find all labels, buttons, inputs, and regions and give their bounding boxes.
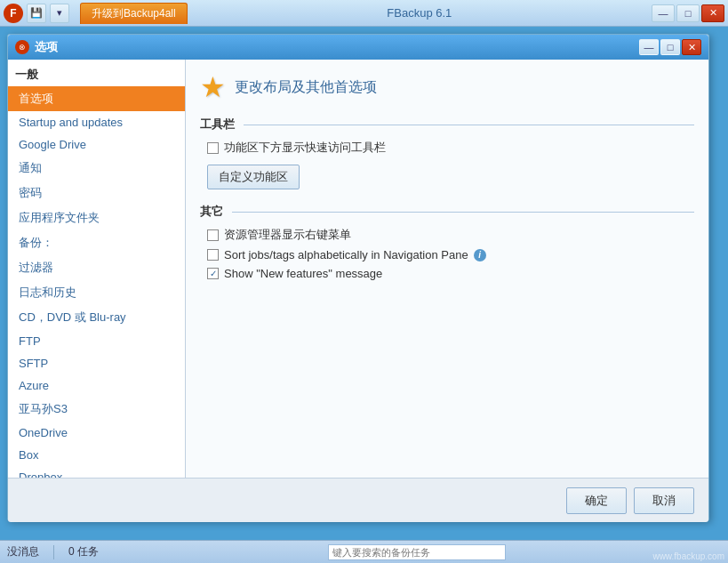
app-icon: F	[4, 4, 23, 23]
title-controls: — □ ✕	[652, 4, 724, 22]
maximize-btn[interactable]: □	[676, 4, 700, 22]
dialog-content: 一般 首选项 Startup and updates Google Drive …	[8, 60, 708, 478]
toolbar-divider-line	[244, 125, 694, 125]
panel-header: ★ 更改布局及其他首选项	[200, 70, 694, 104]
sidebar-item-dropbox[interactable]: Dropbox	[8, 466, 185, 478]
dialog-app-icon: ⊗	[15, 40, 29, 54]
ok-button[interactable]: 确定	[566, 487, 627, 514]
dialog-maximize-btn[interactable]: □	[660, 39, 680, 55]
minimize-btn[interactable]: —	[652, 4, 675, 22]
other-section-label: 其它	[200, 204, 227, 220]
dialog-minimize-btn[interactable]: —	[639, 39, 659, 55]
tab-bar: 升级到Backup4all	[80, 3, 188, 24]
dialog-footer: 确定 取消	[8, 478, 708, 522]
sidebar-item-cd[interactable]: CD，DVD 或 Blu-ray	[8, 305, 185, 330]
sidebar-item-ftp[interactable]: FTP	[8, 330, 185, 352]
dialog-titlebar: ⊗ 选项 — □ ✕	[8, 35, 708, 60]
star-icon: ★	[200, 70, 226, 104]
other-checkbox1[interactable]	[207, 229, 219, 241]
sidebar: 一般 首选项 Startup and updates Google Drive …	[8, 60, 186, 478]
other-checkbox3-label: Show "New features" message	[224, 267, 382, 280]
watermark: www.fbackup.com	[652, 551, 724, 561]
toolbar-section-label: 工具栏	[200, 117, 238, 133]
other-checkbox2-label: Sort jobs/tags alphabetically in Navigat…	[224, 248, 468, 261]
dialog-title: 选项	[35, 39, 637, 55]
custom-function-btn[interactable]: 自定义功能区	[207, 165, 300, 189]
sidebar-item-tongzhi[interactable]: 通知	[8, 156, 185, 181]
title-bar-left: F 💾 ▾ 升级到Backup4all	[4, 3, 188, 24]
sidebar-item-startup[interactable]: Startup and updates	[8, 111, 185, 133]
sidebar-item-amazon[interactable]: 亚马孙S3	[8, 397, 185, 422]
search-input[interactable]	[328, 544, 506, 560]
sidebar-section-header: 一般	[8, 63, 185, 86]
other-checkbox2[interactable]	[207, 249, 219, 261]
save-btn[interactable]: 💾	[27, 4, 46, 23]
search-area	[113, 544, 721, 560]
sidebar-item-azure[interactable]: Azure	[8, 374, 185, 397]
other-checkbox1-label: 资源管理器显示右键菜单	[224, 227, 351, 243]
app-title: FBackup 6.1	[188, 6, 652, 20]
info-icon[interactable]: i	[474, 249, 486, 261]
other-section-divider: 其它	[200, 204, 694, 220]
other-checkbox1-row: 资源管理器显示右键菜单	[207, 227, 694, 243]
sidebar-item-rizhi[interactable]: 日志和历史	[8, 280, 185, 305]
sidebar-item-onedrive[interactable]: OneDrive	[8, 422, 185, 444]
tab-upgrade[interactable]: 升级到Backup4all	[80, 3, 188, 24]
status-task-count: 0 任务	[68, 544, 99, 559]
sidebar-item-guolv[interactable]: 过滤器	[8, 255, 185, 280]
toolbar-checkbox1-label: 功能区下方显示快速访问工具栏	[224, 140, 386, 156]
dropdown-btn[interactable]: ▾	[50, 4, 69, 23]
dialog-close-btn[interactable]: ✕	[682, 39, 701, 55]
toolbar-checkbox1[interactable]	[207, 142, 219, 154]
status-no-message: 没消息	[7, 544, 39, 559]
right-panel: ★ 更改布局及其他首选项 工具栏 功能区下方显示快速访问工具栏 自定义功能区 其…	[186, 60, 708, 478]
sidebar-item-box[interactable]: Box	[8, 444, 185, 466]
sidebar-item-yingyong[interactable]: 应用程序文件夹	[8, 205, 185, 230]
other-checkbox3[interactable]	[207, 268, 219, 279]
sidebar-item-shouye[interactable]: 首选项	[8, 86, 185, 111]
sidebar-item-googledrive[interactable]: Google Drive	[8, 133, 185, 156]
sidebar-item-beifencolon[interactable]: 备份：	[8, 230, 185, 255]
toolbar-checkbox1-row: 功能区下方显示快速访问工具栏	[207, 140, 694, 156]
close-btn[interactable]: ✕	[701, 4, 724, 22]
title-bar: F 💾 ▾ 升级到Backup4all FBackup 6.1 — □ ✕	[0, 0, 728, 27]
sidebar-item-sftp[interactable]: SFTP	[8, 352, 185, 374]
panel-title: 更改布局及其他首选项	[235, 78, 377, 97]
other-checkbox3-row: Show "New features" message	[207, 267, 694, 280]
other-divider-line	[232, 212, 694, 213]
other-checkbox2-row: Sort jobs/tags alphabetically in Navigat…	[207, 248, 694, 261]
toolbar-section-divider: 工具栏	[200, 117, 694, 133]
status-bar: 没消息 0 任务 www.fbackup.com	[0, 540, 728, 563]
options-dialog: ⊗ 选项 — □ ✕ 一般 首选项 Startup and updates Go…	[7, 34, 709, 521]
status-divider1	[53, 545, 54, 559]
sidebar-item-mima[interactable]: 密码	[8, 181, 185, 205]
main-area: ⊗ 选项 — □ ✕ 一般 首选项 Startup and updates Go…	[0, 27, 728, 540]
cancel-button[interactable]: 取消	[634, 487, 694, 514]
